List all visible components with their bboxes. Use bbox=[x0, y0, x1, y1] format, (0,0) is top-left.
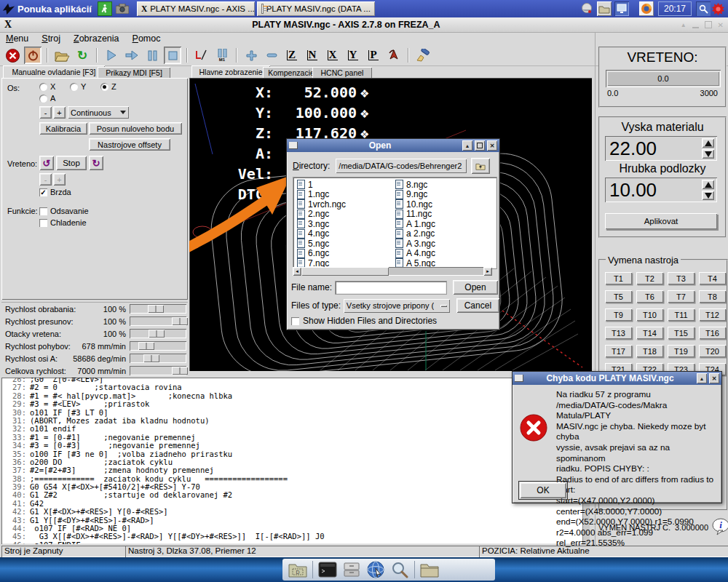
gcode-line[interactable]: 29: #3 = #<LEV> ;prirastok bbox=[1, 399, 590, 407]
radio-axis-x[interactable]: X bbox=[39, 82, 55, 91]
tool-button[interactable]: T14 bbox=[636, 327, 663, 339]
apply-button[interactable]: Aplikovat bbox=[605, 213, 717, 229]
slider-thumb[interactable] bbox=[172, 317, 188, 325]
menu-item[interactable]: Stroj bbox=[41, 33, 60, 44]
spindle-stop-button[interactable]: Stop bbox=[56, 156, 87, 170]
radio-icon[interactable] bbox=[100, 83, 108, 91]
tool-button[interactable]: T12 bbox=[699, 308, 726, 321]
cancel-button[interactable]: Cancel bbox=[456, 298, 499, 313]
scroll-left-button[interactable]: ◂ bbox=[293, 267, 301, 276]
tool-button[interactable]: T3 bbox=[668, 272, 695, 284]
tab-manual-control[interactable]: Manualne ovladanie [F3] bbox=[3, 65, 105, 79]
spin-down-button[interactable] bbox=[702, 191, 714, 200]
optional-stop-button[interactable]: M1 bbox=[213, 47, 231, 64]
filetype-combo[interactable]: Vsetky strojove pripony ( bbox=[344, 299, 450, 313]
gcode-listing[interactable]: 26: ;G0 Z[0-#<LEV>] 27: #2 = 0 ;startova… bbox=[1, 378, 590, 544]
tool-button[interactable]: T15 bbox=[668, 327, 695, 339]
directory-combo[interactable]: /media/DATA/G-codes/Behrenger2 bbox=[336, 159, 467, 173]
slider-track[interactable] bbox=[130, 354, 186, 363]
view-letter-button[interactable]: Z bbox=[283, 47, 301, 64]
tool-button[interactable]: T13 bbox=[605, 327, 632, 339]
ok-button[interactable]: OK bbox=[520, 482, 566, 498]
file-item[interactable]: 11.ngc bbox=[395, 210, 435, 220]
close-button[interactable]: ✕ bbox=[487, 140, 497, 151]
file-item[interactable]: A 3.ngc bbox=[395, 239, 435, 249]
folder-up-button[interactable] bbox=[471, 158, 490, 174]
slider-track[interactable] bbox=[130, 366, 186, 375]
zoom-out-button[interactable] bbox=[263, 47, 280, 64]
tool-button[interactable]: T10 bbox=[636, 308, 663, 321]
shade-button[interactable]: ▲ bbox=[697, 373, 707, 383]
tool-button[interactable]: T6 bbox=[636, 290, 663, 303]
taskbar-window-axis[interactable]: X PLATY MASIV.ngc - AXIS ... bbox=[137, 1, 255, 16]
gcode-line[interactable]: 45: G3 X[[#<DX>+#<RES>]-#<RAD>] Y[[#<DY>… bbox=[1, 532, 590, 540]
app-menu-button[interactable]: Ponuka aplikácií bbox=[17, 4, 92, 15]
file-item[interactable]: 9.ngc bbox=[395, 190, 435, 200]
open-button[interactable]: Open bbox=[453, 280, 498, 295]
gcode-line[interactable]: 40: G1 Z#2 ;startuje od deklarovanej #2 bbox=[1, 490, 590, 498]
dock-browser-icon[interactable] bbox=[366, 560, 385, 579]
tool-button[interactable]: T20 bbox=[699, 345, 726, 357]
spin-value[interactable]: 10.00 bbox=[605, 179, 702, 202]
firefox-icon[interactable] bbox=[639, 1, 654, 16]
gcode-line[interactable]: 41: G42 bbox=[1, 499, 590, 507]
dock-terminal-icon[interactable] bbox=[318, 560, 337, 579]
tab-hcnc-panel[interactable]: HCNC panel bbox=[312, 67, 372, 79]
shade-button[interactable]: ▲ bbox=[681, 22, 687, 28]
mist-checkbox[interactable]: Odsavanie bbox=[39, 207, 89, 215]
filename-input[interactable] bbox=[336, 282, 446, 294]
machine-power-button[interactable] bbox=[24, 47, 41, 64]
open-dialog-titlebar[interactable]: Open ▲ ✕ bbox=[287, 139, 499, 152]
checkbox-icon[interactable] bbox=[39, 207, 47, 215]
gcode-line[interactable]: 31: (ABORT, Mozes zadat iba kladnu hodno… bbox=[1, 416, 590, 424]
slider-thumb[interactable] bbox=[149, 330, 165, 338]
tool-button[interactable]: T1 bbox=[605, 272, 632, 284]
gcode-line[interactable]: 37: #2=[#2+#3] ;zmena hodnoty premennej bbox=[1, 466, 590, 474]
radio-axis-a[interactable]: A bbox=[39, 94, 55, 103]
tool-button[interactable]: T4 bbox=[699, 272, 726, 284]
tab-mdi[interactable]: Prikazy MDI [F5] bbox=[98, 67, 170, 79]
zoom-in-button[interactable] bbox=[242, 47, 260, 64]
spin-down-button[interactable] bbox=[702, 149, 714, 159]
spin-up-button[interactable] bbox=[702, 180, 714, 189]
gcode-line[interactable]: 35: o100 IF [#3 ne 0] ;volba ziadneho pr… bbox=[1, 450, 590, 458]
radio-icon[interactable] bbox=[39, 83, 47, 91]
radio-icon[interactable] bbox=[70, 83, 78, 91]
run-from-line-button[interactable] bbox=[193, 47, 210, 64]
slider-track[interactable] bbox=[130, 341, 186, 351]
clock[interactable]: 20:17 bbox=[658, 1, 692, 16]
checkbox-icon[interactable] bbox=[39, 219, 47, 227]
rotate-view-button[interactable] bbox=[385, 47, 403, 64]
gcode-line[interactable]: 33: #1 = [0-#1] ;negovanie premennej bbox=[1, 433, 590, 441]
gcode-line[interactable]: 30: o101 IF [#3 LT 0] bbox=[1, 408, 590, 416]
tool-offsets-button[interactable]: Nastrojove offsety bbox=[89, 138, 170, 151]
tool-button[interactable]: T2 bbox=[636, 272, 663, 284]
gcode-line[interactable]: 34: #3 = [0-#3] ;negovanie premennej bbox=[1, 441, 590, 449]
spin-value[interactable]: 22.00 bbox=[605, 137, 702, 160]
gcode-line[interactable]: 39: G0 G54 X[#<DX>+[#5410/2]+#<RES>] Y-7… bbox=[1, 482, 590, 490]
gcode-line[interactable]: 44: o107 IF [#<RAD> NE 0] bbox=[1, 524, 590, 532]
dock-search-icon[interactable] bbox=[390, 560, 409, 579]
touch-off-button[interactable]: Posun nuloveho bodu bbox=[89, 122, 182, 135]
scroll-right-button[interactable]: ▸ bbox=[483, 267, 492, 276]
stop-button[interactable] bbox=[164, 47, 181, 64]
file-item[interactable]: 8.ngc bbox=[395, 180, 435, 190]
maximize-button[interactable] bbox=[475, 140, 485, 151]
scrollbar-thumb[interactable] bbox=[301, 267, 389, 276]
spindle-slower-button[interactable]: - bbox=[39, 173, 52, 186]
file-item[interactable]: 10.ngc bbox=[395, 199, 435, 210]
file-list[interactable]: 11.ngc1vrch.ngc2.ngc3.ngc4.ngc5.ngc6.ngc… bbox=[293, 177, 497, 269]
radio-icon[interactable] bbox=[39, 95, 47, 103]
flood-checkbox[interactable]: Chladenie bbox=[39, 218, 87, 227]
file-item[interactable]: 1vrch.ngc bbox=[297, 199, 346, 210]
gcode-line[interactable]: 46: o107 ENDIF bbox=[1, 541, 590, 544]
file-item[interactable]: 4.ngc bbox=[297, 229, 346, 239]
checkbox-icon[interactable] bbox=[291, 317, 299, 325]
close-button[interactable]: ✕ bbox=[718, 21, 724, 29]
step-button[interactable] bbox=[123, 47, 141, 64]
view-letter-button[interactable]: X bbox=[324, 47, 341, 64]
spindle-ccw-button[interactable]: ↺ bbox=[39, 156, 54, 170]
jog-mode-combo[interactable]: Continuous bbox=[68, 106, 129, 119]
slider-thumb[interactable] bbox=[172, 367, 188, 375]
tool-button[interactable]: T16 bbox=[699, 327, 726, 339]
